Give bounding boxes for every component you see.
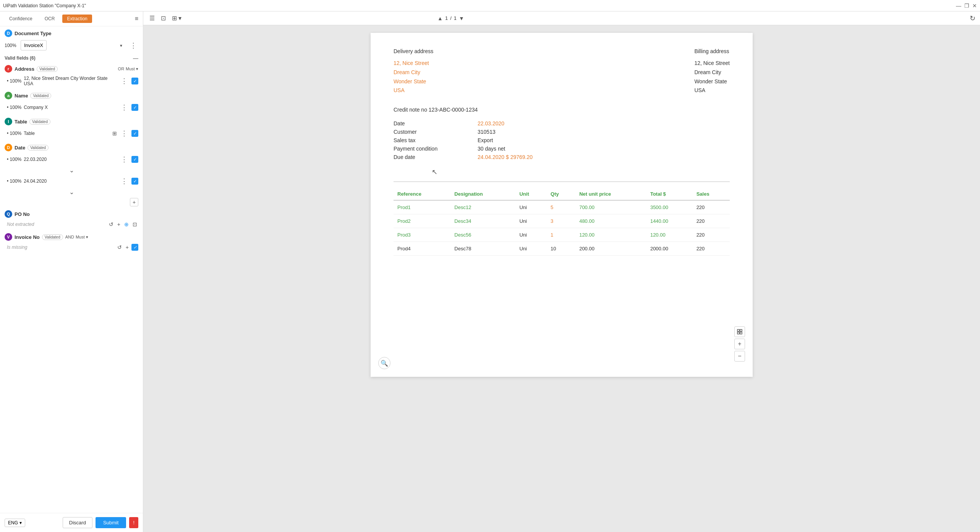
doc-type-more-btn[interactable]: ⋮ [128, 41, 138, 50]
field-invoice-no-value-row: Is missing ↺ + ✓ [5, 242, 138, 252]
zoom-fit-btn[interactable] [734, 326, 745, 337]
field-invoice-no-check[interactable]: ✓ [131, 244, 138, 251]
submit-button[interactable]: Submit [96, 517, 126, 528]
close-btn[interactable]: ✕ [972, 3, 977, 9]
zoom-out-btn[interactable]: − [734, 351, 745, 362]
cell-qty-2: 3 [547, 214, 575, 228]
field-po-no-add[interactable]: + [116, 221, 121, 228]
info-row-sales-tax: Sales tax Export [394, 137, 730, 143]
billing-street: 12, Nice Street [694, 60, 730, 66]
zoom-in-btn[interactable]: + [734, 339, 745, 349]
field-date-extra-check[interactable]: ✓ [131, 178, 138, 185]
cell-sales-4: 220 [693, 242, 730, 256]
toolbar-menu-btn[interactable]: ☰ [148, 14, 156, 23]
field-date-more[interactable]: ⋮ [119, 154, 129, 164]
field-table-name: Table [15, 119, 27, 125]
field-date-extra-expand[interactable]: ⌄ [5, 188, 138, 196]
valid-fields-collapse-btn[interactable]: — [133, 55, 138, 61]
field-table: I Table Validated • 100% Table ⊞ ⋮ ✓ [5, 118, 138, 140]
field-date-name: Date [15, 145, 25, 151]
svg-rect-1 [740, 329, 742, 331]
field-name-icon: a [5, 92, 12, 99]
field-po-no-copy[interactable]: ⊡ [131, 221, 138, 228]
field-name-more[interactable]: ⋮ [119, 102, 129, 112]
tab-bar: Confidence OCR Extraction ≡ [0, 11, 143, 26]
cell-sales-2: 220 [693, 214, 730, 228]
field-invoice-no-badge: Validated [42, 234, 63, 240]
field-date-expand[interactable]: ⌄ [5, 166, 138, 175]
language-select[interactable]: ENG ▾ [5, 519, 25, 527]
info-date-label: Date [394, 120, 478, 127]
page-next-btn[interactable]: ▼ [459, 15, 464, 21]
field-name-label: Name [15, 93, 28, 99]
credit-note: Credit note no 123-ABC-0000-1234 [394, 107, 730, 113]
field-address-check[interactable]: ✓ [131, 78, 138, 84]
delivery-city: Dream City [394, 69, 420, 75]
filter-btn[interactable]: ≡ [135, 15, 138, 22]
field-table-check[interactable]: ✓ [131, 130, 138, 137]
info-due-date-label: Due date [394, 154, 478, 160]
valid-fields-label: Valid fields (6) [5, 55, 36, 61]
cell-net-2: 480.00 [575, 214, 646, 228]
tab-confidence[interactable]: Confidence [5, 15, 37, 23]
info-table: Date 22.03.2020 Customer 310513 Sales ta… [394, 120, 730, 160]
cell-total-2: 1440.00 [646, 214, 693, 228]
field-po-no-header: Q PO No [5, 210, 138, 218]
table-header-row: Reference Designation Unit Qty Net unit … [394, 188, 730, 200]
tab-extraction[interactable]: Extraction [62, 15, 92, 23]
cell-sales-3: 220 [693, 228, 730, 242]
field-date-extra-more[interactable]: ⋮ [119, 176, 129, 186]
field-po-no: Q PO No Not extracted ↺ + ⊕ ⊡ [5, 210, 138, 229]
data-table: Reference Designation Unit Qty Net unit … [394, 188, 730, 256]
field-address-or: OR [118, 66, 125, 71]
title-text: UiPath Validation Station "Company X-1" [3, 3, 86, 8]
field-po-no-name: PO No [15, 211, 30, 217]
svg-rect-3 [740, 332, 742, 334]
field-po-no-add-circle[interactable]: ⊕ [123, 221, 130, 228]
language-label: ENG [8, 520, 18, 526]
field-address-value: 12, Nice Street Dream City Wonder State … [24, 76, 117, 86]
search-btn[interactable]: 🔍 [378, 357, 390, 369]
billing-address-label: Billing address [694, 48, 730, 54]
field-po-no-undo[interactable]: ↺ [108, 221, 115, 228]
doc-toolbar: ☰ ⊡ ⊞ ▾ ▲ 1 / 1 ▼ ↻ [143, 11, 980, 25]
tab-ocr[interactable]: OCR [40, 15, 60, 23]
window-controls[interactable]: — ❐ ✕ [956, 3, 977, 9]
field-invoice-no-must[interactable]: Must ▾ [76, 235, 88, 240]
field-name-check[interactable]: ✓ [131, 104, 138, 111]
cell-qty-3: 1 [547, 228, 575, 242]
page-prev-btn[interactable]: ▲ [437, 15, 443, 21]
info-row-payment: Payment condition 30 days net [394, 146, 730, 152]
doc-type-select[interactable]: InvoiceX [21, 40, 47, 50]
field-table-more[interactable]: ⋮ [119, 128, 129, 138]
field-invoice-no: V Invoice No Validated AND Must ▾ Is mis… [5, 233, 138, 252]
toolbar-view-btn[interactable]: ⊡ [159, 14, 167, 23]
cell-net-4: 200.00 [575, 242, 646, 256]
minimize-btn[interactable]: — [956, 3, 961, 9]
field-invoice-no-add[interactable]: + [125, 244, 130, 251]
document-type-row: 100% InvoiceX ▼ ⋮ [5, 40, 138, 50]
add-date-row-btn[interactable]: + [130, 198, 138, 206]
table-row: Prod4 Desc78 Uni 10 200.00 2000.00 220 [394, 242, 730, 256]
discard-button[interactable]: Discard [63, 517, 92, 528]
error-button[interactable]: ! [129, 517, 138, 528]
col-unit: Unit [515, 188, 547, 200]
field-address-value-row: • 100% 12, Nice Street Dream City Wonder… [5, 74, 138, 88]
field-invoice-no-undo[interactable]: ↺ [116, 244, 123, 251]
page-navigation: ▲ 1 / 1 ▼ [437, 15, 464, 21]
table-grid-icon[interactable]: ⊞ [112, 130, 117, 136]
maximize-btn[interactable]: ❐ [964, 3, 969, 9]
field-address: r Address Validated OR Must ▾ • 100% 12,… [5, 65, 138, 88]
field-name-value-row: • 100% Company X ⋮ ✓ [5, 101, 138, 114]
bottom-bar: ENG ▾ Discard Submit ! [0, 513, 143, 532]
field-address-must[interactable]: Must ▾ [126, 66, 138, 71]
doc-content: Delivery address 12, Nice Street Dream C… [371, 33, 753, 377]
field-po-no-icon: Q [5, 210, 12, 218]
refresh-btn[interactable]: ↻ [970, 14, 975, 23]
cell-total-4: 2000.00 [646, 242, 693, 256]
cell-net-3: 120.00 [575, 228, 646, 242]
field-address-more[interactable]: ⋮ [119, 76, 129, 86]
toolbar-layout-btn[interactable]: ⊞ ▾ [170, 14, 183, 23]
field-date-check[interactable]: ✓ [131, 156, 138, 163]
col-sales: Sales [693, 188, 730, 200]
